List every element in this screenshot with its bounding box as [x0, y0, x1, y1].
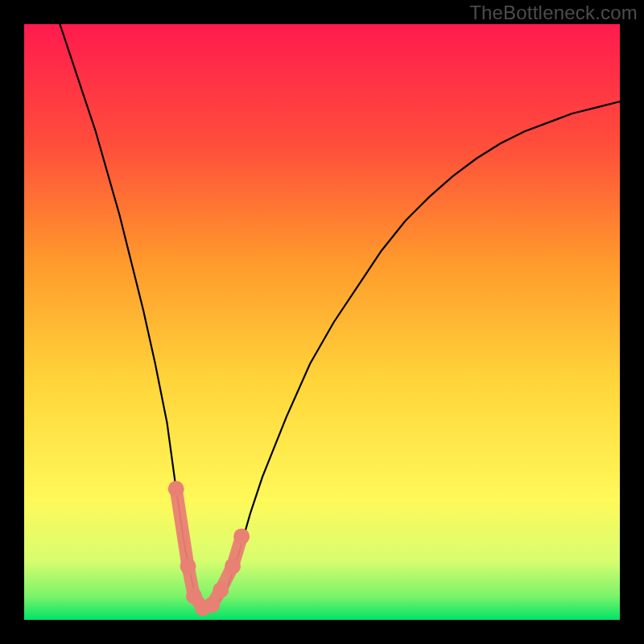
watermark-text: TheBottleneck.com: [469, 2, 638, 24]
marker-point-6: [225, 558, 241, 574]
plot-area: [24, 24, 620, 620]
marker-point-0: [168, 481, 184, 497]
marker-point-4: [204, 597, 220, 613]
bottleneck-chart: [24, 24, 620, 620]
gradient-background: [24, 24, 620, 620]
chart-frame: TheBottleneck.com: [0, 0, 644, 644]
marker-point-7: [233, 528, 250, 544]
marker-point-1: [180, 558, 196, 574]
marker-point-5: [213, 582, 229, 598]
